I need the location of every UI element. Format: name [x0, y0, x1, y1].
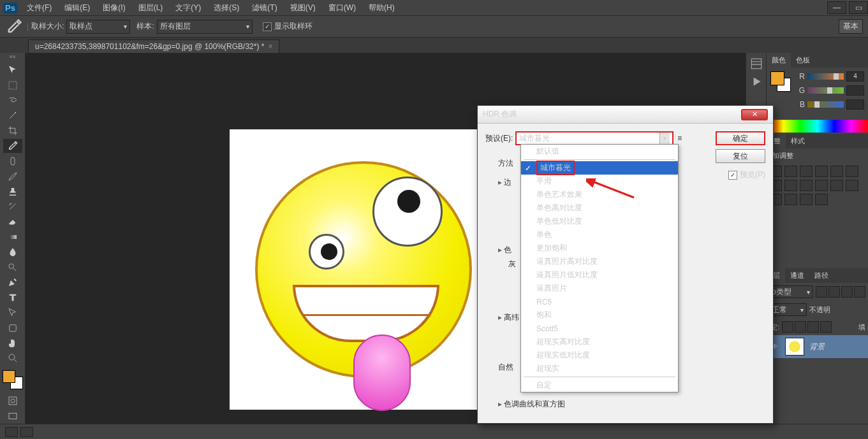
panel-swatch[interactable]: [770, 71, 791, 92]
close-button[interactable]: ✕: [741, 109, 768, 120]
pen-tool[interactable]: [3, 275, 22, 290]
preset-item[interactable]: 超现实低对比度: [521, 349, 678, 362]
sample-combo[interactable]: 所有图层▾: [157, 20, 253, 34]
preset-item[interactable]: Scott5: [521, 322, 678, 335]
adj-icon[interactable]: [815, 194, 828, 205]
preset-item[interactable]: 默认值: [521, 145, 678, 158]
close-icon[interactable]: ×: [268, 42, 272, 51]
history-tool[interactable]: [3, 199, 22, 214]
play-icon[interactable]: [749, 75, 763, 89]
menu-edit[interactable]: 编辑(E): [58, 0, 96, 16]
preset-item[interactable]: 超现实高对比度: [521, 335, 678, 349]
adj-icon[interactable]: [846, 166, 858, 177]
marquee-tool[interactable]: [3, 78, 22, 92]
preset-item[interactable]: 单色: [521, 228, 678, 241]
hand-tool[interactable]: [3, 336, 22, 350]
heal-tool[interactable]: [3, 154, 22, 168]
menu-window[interactable]: 窗口(W): [322, 0, 362, 16]
history-icon[interactable]: [749, 57, 763, 71]
menu-layer[interactable]: 图层(L): [132, 0, 170, 16]
basic-button[interactable]: 基本: [839, 19, 863, 34]
window-min[interactable]: —: [827, 1, 846, 14]
adj-icon[interactable]: [815, 166, 828, 177]
preset-combo[interactable]: 城市暮光▾: [515, 131, 673, 145]
tab-paths[interactable]: 路径: [809, 268, 834, 283]
stamp-tool[interactable]: [3, 184, 22, 199]
lock-icon[interactable]: [807, 321, 819, 333]
preset-item[interactable]: 更加饱和: [521, 241, 678, 255]
ok-button[interactable]: 确定: [716, 131, 765, 145]
filter-icon[interactable]: [816, 286, 827, 298]
show-ring-check[interactable]: ✓显示取样环: [263, 21, 313, 32]
slider-r[interactable]: [807, 73, 844, 80]
filter-icon[interactable]: [854, 286, 865, 298]
dodge-tool[interactable]: [3, 260, 22, 275]
adj-icon[interactable]: [784, 180, 797, 191]
tab-swatch[interactable]: 色板: [791, 53, 815, 68]
preview-check[interactable]: ✓预览(P): [728, 169, 765, 180]
preset-item[interactable]: 逼真照片低对比度: [521, 268, 678, 282]
spectrum[interactable]: [767, 120, 868, 133]
quickmask-tool[interactable]: [3, 393, 22, 408]
menu-type[interactable]: 文字(Y): [169, 0, 207, 16]
preset-item[interactable]: 逼真照片高对比度: [521, 255, 678, 268]
adj-icon[interactable]: [800, 194, 813, 205]
preset-item[interactable]: 平滑: [521, 175, 678, 188]
blur-tool[interactable]: [3, 245, 22, 259]
eyedropper-tool[interactable]: [3, 139, 22, 154]
brush-tool[interactable]: [3, 169, 22, 184]
adj-icon[interactable]: [830, 180, 843, 191]
layer-kind-select[interactable]: ρ类型▾: [769, 285, 813, 298]
menu-file[interactable]: 文件(F): [20, 0, 58, 16]
eraser-tool[interactable]: [3, 215, 22, 229]
gradient-tool[interactable]: [3, 230, 22, 245]
window-menu[interactable]: ▭: [849, 1, 868, 14]
status-btn[interactable]: [5, 427, 18, 437]
slider-g[interactable]: [807, 87, 844, 94]
color-swatch[interactable]: [3, 370, 23, 389]
dialog-titlebar[interactable]: HDR 色调 ✕: [478, 106, 773, 124]
screenmode-tool[interactable]: [3, 408, 22, 423]
crop-tool[interactable]: [3, 124, 22, 138]
lock-icon[interactable]: [795, 321, 806, 333]
slider-b[interactable]: [807, 101, 844, 108]
adj-icon[interactable]: [784, 194, 797, 205]
type-tool[interactable]: [3, 291, 22, 305]
layer-row[interactable]: 👁 背景: [766, 335, 868, 358]
filter-icon[interactable]: [841, 286, 853, 298]
preset-item[interactable]: RC5: [521, 295, 678, 308]
menu-select[interactable]: 选择(S): [207, 0, 246, 16]
lock-icon[interactable]: [820, 321, 832, 333]
menu-view[interactable]: 视图(V): [284, 0, 322, 16]
adj-icon[interactable]: [800, 180, 813, 191]
preset-item[interactable]: 饱和: [521, 308, 678, 322]
adj-icon[interactable]: [815, 180, 828, 191]
adj-icon[interactable]: [830, 166, 843, 177]
adj-icon[interactable]: [784, 166, 797, 177]
menu-help[interactable]: 帮助(H): [362, 0, 401, 16]
filter-icon[interactable]: [828, 286, 840, 298]
preset-item[interactable]: 单色艺术效果: [521, 188, 678, 201]
move-tool[interactable]: [3, 63, 22, 78]
status-btn[interactable]: [20, 427, 33, 437]
menu-image[interactable]: 图像(I): [96, 0, 131, 16]
doc-tab[interactable]: u=2684233735,3898701102&fm=26&gp=0.jpg @…: [28, 40, 279, 53]
zoom-tool[interactable]: [3, 351, 22, 366]
shape-tool[interactable]: [3, 320, 22, 335]
preset-item[interactable]: 单色高对比度: [521, 201, 678, 215]
path-tool[interactable]: [3, 306, 22, 320]
preset-item-selected[interactable]: ✓城市暮光: [521, 161, 678, 175]
preset-item-custom[interactable]: 自定: [521, 378, 678, 392]
tab-color[interactable]: 颜色: [767, 53, 791, 68]
blend-mode-select[interactable]: 正常▾: [769, 303, 807, 316]
wand-tool[interactable]: [3, 108, 22, 123]
preset-item[interactable]: 超现实: [521, 362, 678, 375]
adj-icon[interactable]: [846, 180, 858, 191]
preset-item[interactable]: 单色低对比度: [521, 215, 678, 228]
reset-button[interactable]: 复位: [716, 149, 765, 163]
preset-menu-icon[interactable]: ≡: [677, 134, 682, 143]
adj-icon[interactable]: [800, 166, 813, 177]
lock-icon[interactable]: [782, 321, 793, 333]
preset-item[interactable]: 逼真照片: [521, 282, 678, 295]
tab-channels[interactable]: 通道: [785, 268, 809, 283]
